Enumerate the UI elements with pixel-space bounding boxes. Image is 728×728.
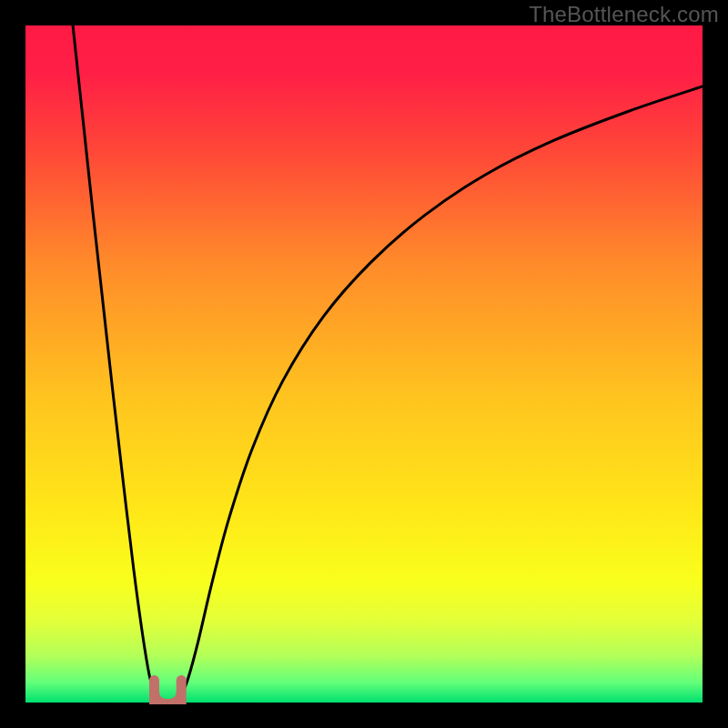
bottleneck-curve (25, 25, 703, 703)
curve-right-branch (177, 86, 703, 701)
watermark-text: TheBottleneck.com (529, 2, 719, 27)
plot-area (25, 25, 703, 703)
chart-frame: TheBottleneck.com (0, 0, 728, 728)
minimum-marker-shape (149, 675, 187, 704)
minimum-marker (149, 675, 187, 704)
curve-left-branch (73, 25, 159, 701)
